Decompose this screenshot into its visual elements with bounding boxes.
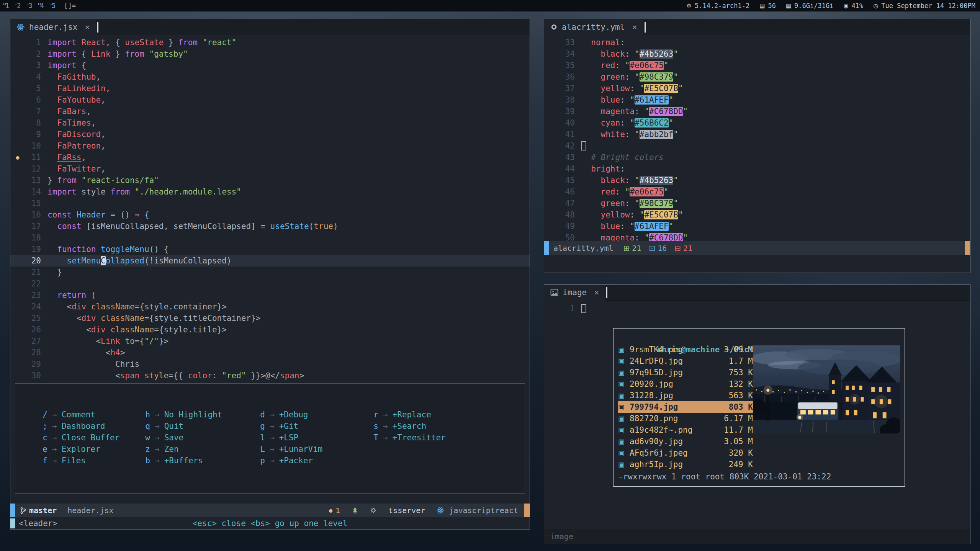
which-key-item-/[interactable]: /→Comment bbox=[39, 409, 142, 420]
code-line-7[interactable]: 7 FaBars, bbox=[10, 106, 530, 117]
which-key-item-p[interactable]: p→+Packer bbox=[257, 455, 370, 466]
code-line-1[interactable]: 1import React, { useState } from "react" bbox=[10, 37, 530, 48]
code-line-27[interactable]: 27 <Link to={"/"}> bbox=[10, 335, 530, 347]
code-line-12[interactable]: 12 FaTwitter, bbox=[10, 163, 530, 175]
code-line-43[interactable]: 43 # Bright colors bbox=[544, 152, 970, 163]
file-row[interactable]: ▣aghr5Ip.jpg249 K bbox=[618, 459, 753, 470]
token: " bbox=[625, 187, 630, 196]
which-key-item-;[interactable]: ;→Dashboard bbox=[39, 420, 142, 432]
code-line-21[interactable]: 21 } bbox=[10, 267, 530, 278]
code-line-22[interactable]: 22 bbox=[10, 278, 530, 289]
terminal-buffer[interactable]: 1 chris@machine~/Pictures/wallpapers/799… bbox=[544, 301, 970, 529]
code-line-38[interactable]: 38 blue: "#61AFEF" bbox=[544, 94, 970, 106]
code-line-28[interactable]: 28 <h4> bbox=[10, 347, 530, 358]
line-number: 48 bbox=[559, 209, 575, 221]
code-line-44[interactable]: 44 bright: bbox=[544, 163, 970, 175]
code-line-35[interactable]: 35 red: "#e06c75" bbox=[544, 60, 970, 71]
close-icon[interactable]: × bbox=[594, 288, 599, 297]
which-key-item-s[interactable]: s→+Search bbox=[370, 420, 525, 432]
code-line-6[interactable]: 6 FaYoutube, bbox=[10, 94, 530, 106]
close-icon[interactable]: × bbox=[85, 22, 90, 32]
which-key-item-l[interactable]: l→+LSP bbox=[257, 432, 370, 443]
left-cmdline[interactable]: <leader> <esc> close <bs> go up one leve… bbox=[10, 517, 530, 530]
code-line-33[interactable]: 33 normal: bbox=[544, 37, 970, 48]
which-key-item-q[interactable]: q→Quit bbox=[142, 420, 257, 432]
code-line-50[interactable]: 50 magenta: "#C678DD" bbox=[544, 232, 970, 241]
file-row[interactable]: ▣799794.jpg803 K bbox=[618, 401, 753, 413]
file-row[interactable]: ▣97q9L5D.jpg753 K bbox=[618, 367, 753, 378]
file-row[interactable]: ▣24LrDFQ.jpg1.7 M bbox=[618, 355, 753, 367]
which-key-item-h[interactable]: h→No Highlight bbox=[142, 409, 257, 420]
code-line-23[interactable]: 23 return ( bbox=[10, 289, 530, 301]
code-line-19[interactable]: 19 function toggleMenu() { bbox=[10, 244, 530, 255]
code-area-alacritty-yml[interactable]: 33 normal:34 black: "#4b5263"35 red: "#e… bbox=[544, 35, 970, 241]
diagnostics-indicator[interactable]: ●1 bbox=[329, 506, 340, 515]
which-key-item-L[interactable]: L→+LunarVim bbox=[257, 443, 370, 455]
code-line-46[interactable]: 46 red: "#e06c75" bbox=[544, 186, 970, 198]
tab-header-jsx[interactable]: header.jsx × bbox=[10, 19, 96, 35]
code-line-49[interactable]: 49 blue: "#61AFEF" bbox=[544, 221, 970, 232]
code-line-8[interactable]: 8 FaTimes, bbox=[10, 117, 530, 129]
code-line-39[interactable]: 39 magenta: "#C678DD" bbox=[544, 106, 970, 117]
code-line-9[interactable]: 9 FaDiscord, bbox=[10, 129, 530, 140]
which-key-item-T[interactable]: T→+Treesitter bbox=[370, 432, 525, 443]
code-line-17[interactable]: 17 const [isMenuCollapsed, setMenuCollap… bbox=[10, 221, 530, 232]
code-line-15[interactable]: 15 bbox=[10, 198, 530, 209]
code-line-40[interactable]: 40 cyan: "#56B6C2" bbox=[544, 117, 970, 129]
code-line-30[interactable]: 30 <span style={{ color: "red" }}>@</spa… bbox=[10, 370, 530, 381]
close-icon[interactable]: × bbox=[632, 22, 637, 32]
code-line-10[interactable]: 10 FaPatreon, bbox=[10, 140, 530, 152]
which-key-item-r[interactable]: r→+Replace bbox=[370, 409, 525, 420]
code-line-5[interactable]: 5 FaLinkedin, bbox=[10, 83, 530, 94]
which-key-item-e[interactable]: e→Explorer bbox=[39, 443, 142, 455]
which-key-item-d[interactable]: d→+Debug bbox=[257, 409, 370, 420]
code-line-24[interactable]: 24 <div className={style.container}> bbox=[10, 301, 530, 312]
which-key-item-c[interactable]: c→Close Buffer bbox=[39, 432, 142, 443]
code-line-25[interactable]: 25 <div className={style.titleContainer}… bbox=[10, 312, 530, 324]
file-row[interactable]: ▣20920.jpg132 K bbox=[618, 378, 753, 390]
file-row[interactable]: ▣a19c482f~.png11.7 M bbox=[618, 424, 753, 436]
code-area-header-jsx[interactable]: 1import React, { useState } from "react"… bbox=[10, 35, 530, 381]
code-line-18[interactable]: 18 bbox=[10, 232, 530, 244]
file-row[interactable]: ▣ad6v90y.jpg3.05 M bbox=[618, 436, 753, 447]
workspace-tag-3[interactable]: 3 bbox=[28, 2, 33, 10]
code-line-14[interactable]: 14import style from "./header.module.les… bbox=[10, 186, 530, 198]
which-key-item-w[interactable]: w→Save bbox=[142, 432, 257, 443]
code-line-3[interactable]: 3import { bbox=[10, 60, 530, 71]
workspace-tag-5[interactable]: 5 bbox=[51, 2, 56, 10]
code-line-42[interactable]: 42 bbox=[544, 140, 970, 152]
code-line-11[interactable]: ●11 FaRss, bbox=[10, 152, 530, 163]
code-line-37[interactable]: 37 yellow: "#E5C07B" bbox=[544, 83, 970, 94]
file-row[interactable]: ▣9rsmTK4.png3.09 M bbox=[618, 344, 753, 355]
workspace-tag-1[interactable]: 1 bbox=[5, 2, 10, 10]
workspace-tag-2[interactable]: 2 bbox=[16, 2, 21, 10]
tab-image[interactable]: image × bbox=[544, 284, 605, 301]
layout-symbol[interactable]: []= bbox=[64, 2, 76, 10]
which-key-item-g[interactable]: g→+Git bbox=[257, 420, 370, 432]
code-line-2[interactable]: 2import { Link } from "gatsby" bbox=[10, 48, 530, 60]
file-row[interactable]: ▣AFq5r6j.jpeg320 K bbox=[618, 447, 753, 459]
file-row[interactable]: ▣882720.png6.17 M bbox=[618, 413, 753, 424]
file-row[interactable]: ▣31228.jpg563 K bbox=[618, 390, 753, 401]
code-line-34[interactable]: 34 black: "#4b5263" bbox=[544, 48, 970, 60]
code-line-4[interactable]: 4 FaGithub, bbox=[10, 71, 530, 83]
git-branch-name[interactable]: master bbox=[29, 506, 57, 515]
workspace-tag-4[interactable]: 4 bbox=[39, 2, 45, 10]
lightbulb-icon[interactable]: ● bbox=[10, 152, 25, 163]
code-line-20[interactable]: 20 setMenuCollapsed(!isMenuCollapsed) bbox=[10, 255, 530, 267]
code-line-47[interactable]: 47 green: "#98C379" bbox=[544, 198, 970, 209]
code-line-41[interactable]: 41 white: "#abb2bf" bbox=[544, 129, 970, 140]
code-line-29[interactable]: 29 Chris bbox=[10, 358, 530, 370]
which-key-item-b[interactable]: b→+Buffers bbox=[142, 455, 257, 466]
tab-alacritty-yml[interactable]: alacritty.yml × bbox=[544, 19, 643, 35]
code-line-26[interactable]: 26 <div className={style.title}> bbox=[10, 324, 530, 335]
which-key-item-f[interactable]: f→Files bbox=[39, 455, 142, 466]
code-line-36[interactable]: 36 green: "#98C379" bbox=[544, 71, 970, 83]
code-line-16[interactable]: 16const Header = () ⇒ { bbox=[10, 209, 530, 221]
which-key-item-z[interactable]: z→Zen bbox=[142, 443, 257, 455]
which-key-label: +Debug bbox=[279, 409, 308, 420]
code-line-48[interactable]: 48 yellow: "#E5C07B" bbox=[544, 209, 970, 221]
code-line-13[interactable]: 13} from "react-icons/fa" bbox=[10, 175, 530, 186]
code-line-45[interactable]: 45 black: "#4b5263" bbox=[544, 175, 970, 186]
arrow-icon: → bbox=[155, 443, 160, 455]
